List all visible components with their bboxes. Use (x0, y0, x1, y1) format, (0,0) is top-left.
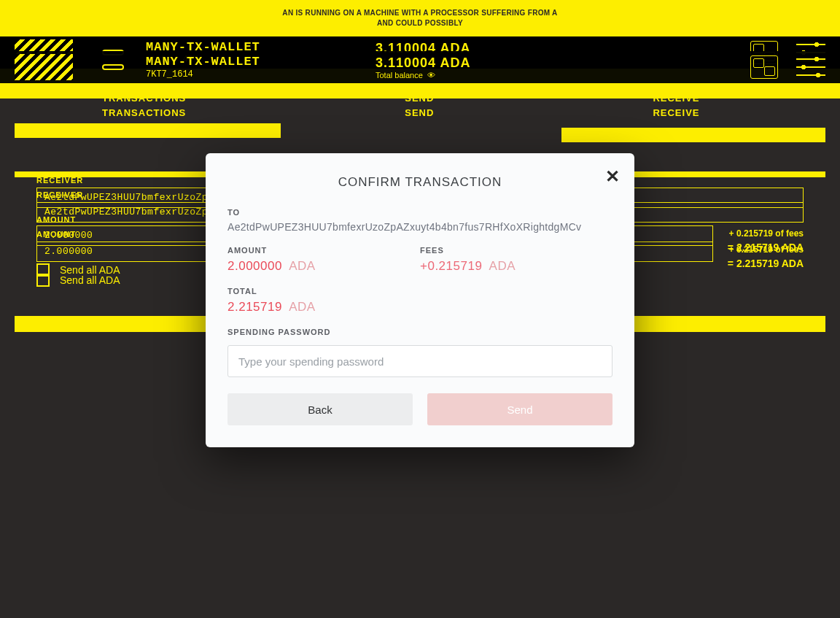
warning-banner: AN IS RUNNING ON A MACHINE WITH A PROCES… (0, 0, 840, 36)
logo-icon (15, 54, 73, 80)
tab-transactions[interactable]: TRANSACTIONS (102, 107, 186, 123)
amount-label: AMOUNT (228, 246, 420, 255)
receiver-label: RECEIVER (36, 176, 83, 185)
amount-currency: ADA (289, 259, 315, 273)
password-label: SPENDING PASSWORD (228, 328, 612, 336)
to-label: TO (228, 208, 612, 217)
fees-label: FEES (420, 246, 612, 255)
tab-receive[interactable]: RECEIVE (653, 107, 699, 123)
balance-label: Total balance (376, 71, 423, 80)
fees-text: + 0.215719 of fees (729, 228, 804, 239)
tab-send[interactable]: SEND (405, 107, 434, 123)
header-bar-shadow: MANY-TX-WALLET 7KT7_1614 3.110004 ADA To… (0, 51, 840, 83)
spending-password-input[interactable] (228, 345, 612, 377)
total-currency: ADA (289, 300, 315, 314)
total-text: = 2.215719 ADA (728, 258, 804, 269)
back-button[interactable]: Back (228, 393, 413, 425)
wallet-key: 7KT7_1614 (146, 69, 260, 80)
send-button[interactable]: Send (427, 393, 612, 425)
tab-transactions[interactable]: TRANSACTIONS (102, 93, 186, 109)
amount-value: 2.000000 (228, 259, 282, 273)
fees-currency: ADA (489, 259, 516, 273)
total-value: 2.215719 (228, 300, 282, 314)
active-tab-indicator (15, 123, 281, 138)
tab-receive[interactable]: RECEIVE (653, 93, 699, 109)
banner-line2: AND COULD POSSIBLY (377, 18, 463, 28)
wallet-name: MANY-TX-WALLET (146, 55, 260, 69)
modal-title: CONFIRM TRANSACTION (228, 175, 612, 190)
tab-send[interactable]: SEND (405, 93, 434, 109)
header: MANY-TX-WALLET stake: 45% 3.110004 ADA T… (0, 36, 840, 99)
delegate-icon[interactable] (750, 55, 778, 79)
send-all-checkbox[interactable] (36, 263, 50, 277)
banner-line1: AN IS RUNNING ON A MACHINE WITH A PROCES… (282, 8, 557, 18)
confirm-transaction-modal: ✕ CONFIRM TRANSACTION TO Ae2tdPwUPEZ3HUU… (206, 153, 634, 447)
nav-strip (561, 128, 825, 142)
to-address: Ae2tdPwUPEZ3HUU7bmfexrUzoZpAZxuyt4b4bn7f… (228, 221, 612, 233)
eye-icon[interactable]: 👁 (427, 71, 435, 80)
total-text: = 2.215719 ADA (728, 242, 804, 253)
connector-icon (102, 64, 124, 70)
send-all-label: Send all ADA (60, 264, 120, 276)
total-label: TOTAL (228, 287, 612, 296)
close-icon[interactable]: ✕ (605, 166, 620, 187)
wallet-balance: 3.110004 ADA (376, 55, 470, 71)
amount-label: AMOUNT (36, 215, 76, 224)
settings-sliders-icon[interactable] (796, 55, 825, 79)
nav-tabs: TRANSACTIONS SEND RECEIVE TRANSACTIONS S… (0, 99, 840, 128)
fees-value: +0.215719 (420, 259, 482, 273)
